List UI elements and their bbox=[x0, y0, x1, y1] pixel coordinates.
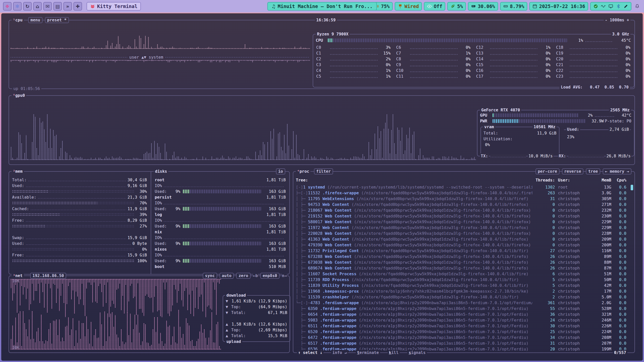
scrollbar-thumb[interactable] bbox=[631, 185, 633, 190]
module-memory[interactable]: 30.06% bbox=[468, 2, 498, 11]
process-mem: 42M bbox=[588, 283, 611, 288]
process-row[interactable]: ├─ 6472 .ferdium-wrappe (/nix/store/a1pj… bbox=[296, 335, 628, 340]
process-row[interactable]: ├─ 6350 .ferdium-wrappe (/nix/store/a1pj… bbox=[296, 306, 628, 311]
process-row[interactable]: ├─ 6520 .ferdium-wrappe (/nix/store/a1pj… bbox=[296, 329, 628, 335]
workspace-files-button[interactable]: ▤ bbox=[53, 2, 62, 11]
process-user: christoph bbox=[555, 277, 588, 283]
wave-icon[interactable] bbox=[601, 4, 606, 9]
cpu-tab-menu[interactable]: menu bbox=[28, 17, 43, 23]
proc-tab-tree[interactable]: tree bbox=[586, 168, 600, 174]
display-icon[interactable] bbox=[608, 4, 613, 9]
process-info: │ ├─ 219152 Web Content (/nix/store/fqad… bbox=[296, 213, 532, 219]
process-row[interactable]: │ ├─ 580017 Web Content (/nix/store/fqad… bbox=[296, 219, 628, 225]
header-cpu[interactable]: Cpu% bbox=[611, 178, 628, 183]
process-row[interactable]: │ ├─ 479390 Web Content (/nix/store/fqad… bbox=[296, 242, 628, 248]
process-row[interactable]: │ ├─ 11795 WebExtensions (/nix/store/fqa… bbox=[296, 196, 628, 202]
process-row[interactable]: │ ├─ 219152 Web Content (/nix/store/fqad… bbox=[296, 213, 628, 219]
module-idle-inhibitor[interactable]: Off bbox=[424, 2, 445, 11]
meter-fill bbox=[493, 113, 494, 117]
status-ok-icon[interactable] bbox=[593, 4, 598, 9]
header-threads[interactable]: Threads: bbox=[532, 178, 555, 183]
proc-tab-reverse[interactable]: reverse bbox=[562, 168, 583, 174]
disk-used-label: Used: bbox=[155, 224, 170, 229]
proc-key-kill[interactable]: kill bbox=[388, 350, 400, 355]
process-row[interactable]: ├─ 6517 .ferdium-wrappe (/nix/store/a1pj… bbox=[296, 340, 628, 346]
reload-button[interactable]: ↻ bbox=[23, 2, 32, 11]
workspace-add-button[interactable]: ✚ bbox=[73, 2, 82, 11]
memory-icon bbox=[471, 4, 476, 9]
process-row[interactable]: │ ├─ 673288 Web Content (/nix/store/fqad… bbox=[296, 254, 628, 259]
net-tab-zero[interactable]: zero bbox=[236, 273, 251, 279]
process-row[interactable]: │ ├─ 11732 Privileged Cont (/nix/store/f… bbox=[296, 248, 628, 254]
process-row[interactable]: │ ├─ 11739 RDD Process (/nix/store/fqadd… bbox=[296, 277, 628, 283]
proc-tab-per-core[interactable]: per-core bbox=[536, 168, 559, 174]
core-name: C22 bbox=[556, 68, 568, 73]
proc-info-key[interactable]: info ↵ bbox=[331, 350, 348, 355]
process-command: (/nix/store/fqadd0bprwc5yw5k99xajbdqd1dz… bbox=[354, 254, 529, 259]
proc-select-keys[interactable]: ↑ select ↓ bbox=[297, 350, 324, 355]
disk-used-percent: 9% bbox=[170, 206, 180, 211]
iface-next-key[interactable]: n→ bbox=[282, 273, 287, 279]
module-disk[interactable]: 8.79% bbox=[500, 2, 527, 11]
process-row[interactable]: │ ├─ 11607 Socket Process (/nix/store/fq… bbox=[296, 271, 628, 277]
process-row[interactable]: ├─ 5983 .ferdium-wrappe (/nix/store/a1pj… bbox=[296, 317, 628, 323]
workspace-mail-button[interactable]: ✉ bbox=[43, 2, 52, 11]
io-toggle-tab[interactable]: io bbox=[276, 168, 285, 174]
workspace-home-button[interactable]: ⌂ bbox=[33, 2, 42, 11]
module-network[interactable]: Wired bbox=[395, 2, 422, 11]
process-row[interactable]: │ ├─ 673038 Web Content (/nix/store/fqad… bbox=[296, 259, 628, 265]
iface-prev-key[interactable]: ←b bbox=[253, 273, 258, 279]
disk-row[interactable]: log1,81 TiB bbox=[153, 212, 288, 217]
process-row[interactable]: │ ├─ 220028 Web Content (/nix/store/fqad… bbox=[296, 231, 628, 236]
core-name: C12 bbox=[476, 45, 488, 50]
sort-selector[interactable]: ← memory → bbox=[603, 168, 631, 174]
disk-size: 510 MiB bbox=[269, 264, 286, 269]
process-pid: 11539 bbox=[308, 294, 323, 300]
process-row[interactable]: ├─ 6511 .ferdium-wrappe (/nix/store/a1pj… bbox=[296, 323, 628, 329]
net-tab-auto[interactable]: auto bbox=[220, 273, 234, 279]
proc-key-terminate[interactable]: terminate bbox=[356, 350, 380, 355]
process-row[interactable]: │ └─ 11539 crashhelper (/nix/store/fqadd… bbox=[296, 294, 628, 300]
process-row[interactable]: ├─ 6654 .ferdium-wrappe (/nix/store/a1pj… bbox=[296, 311, 628, 317]
disk-row[interactable]: persist1,81 TiB bbox=[153, 194, 288, 200]
active-window-button[interactable]: Kitty Terminal bbox=[87, 2, 141, 11]
cpu-core: C115% bbox=[316, 50, 391, 56]
disk-row[interactable]: nix1,81 TiB bbox=[153, 229, 288, 235]
process-row[interactable]: │ ├─ 11968 .keepassxc-prox (/nix/store/b… bbox=[296, 288, 628, 294]
disk-row[interactable]: root1,81 TiB bbox=[153, 177, 288, 183]
process-row[interactable]: │ ├─ 11972 Web Content (/nix/store/fqadd… bbox=[296, 225, 628, 231]
mem-value: 8,29 GiB bbox=[128, 218, 147, 223]
workspace-term-button[interactable]: » bbox=[63, 2, 72, 11]
process-mem: 199M bbox=[588, 346, 611, 352]
nix-button[interactable]: ✻ bbox=[13, 2, 22, 11]
disk-row[interactable]: boot510 MiB bbox=[153, 264, 288, 269]
process-mem: 208M bbox=[588, 335, 611, 340]
process-row[interactable]: │ ├─ 41363 Web Content (/nix/store/fqadd… bbox=[296, 236, 628, 242]
mem-meter-row: 30% bbox=[10, 189, 149, 194]
process-row[interactable]: │ ├─ 689674 Web Content (/nix/store/fqad… bbox=[296, 265, 628, 271]
proc-key-signals[interactable]: signals bbox=[407, 350, 427, 355]
interface-tab[interactable]: enp8s0 bbox=[260, 273, 279, 279]
launcher-button[interactable]: ❖ bbox=[3, 2, 12, 11]
music-player-button[interactable]: ♫ Minuit Machine – Don't Run Fro... bbox=[267, 2, 377, 11]
process-row[interactable]: ├─[-]11532 .firefox-wrappe (/nix/store/f… bbox=[296, 190, 628, 196]
update-interval-control[interactable]: - 1000ms + bbox=[604, 17, 630, 23]
module-clock[interactable]: 2025-07-22 16:36 bbox=[529, 2, 588, 11]
core-name: C15 bbox=[476, 62, 488, 67]
process-row[interactable]: │ ├─ 94753 Web Content (/nix/store/fqadd… bbox=[296, 202, 628, 207]
cpu-tab-preset[interactable]: preset * bbox=[45, 17, 69, 23]
process-row[interactable]: │ ├─ 11839 Utility Process (/nix/store/f… bbox=[296, 283, 628, 288]
notifications-button[interactable] bbox=[633, 3, 641, 10]
bluetooth-icon[interactable] bbox=[616, 4, 621, 9]
module-cpu[interactable]: 5% bbox=[447, 2, 466, 11]
process-row[interactable]: │ ├─ 218067 Web Content (/nix/store/fqad… bbox=[296, 207, 628, 213]
process-row[interactable]: └─[-]~4783 .ferdium-wrappe (/nix/store/a… bbox=[296, 300, 628, 306]
mem-percent: 39% bbox=[134, 212, 147, 217]
disk-row[interactable]: nixos1,81 TiB bbox=[153, 246, 288, 252]
header-mem[interactable]: MemB bbox=[588, 178, 611, 183]
launcher-icon: ❖ bbox=[5, 4, 9, 9]
header-user[interactable]: User: bbox=[555, 178, 588, 183]
process-row[interactable]: [-]1 systemd (/run/current-system/system… bbox=[296, 184, 628, 190]
edit-icon[interactable] bbox=[623, 4, 628, 9]
filter-tab[interactable]: filter bbox=[314, 168, 333, 174]
